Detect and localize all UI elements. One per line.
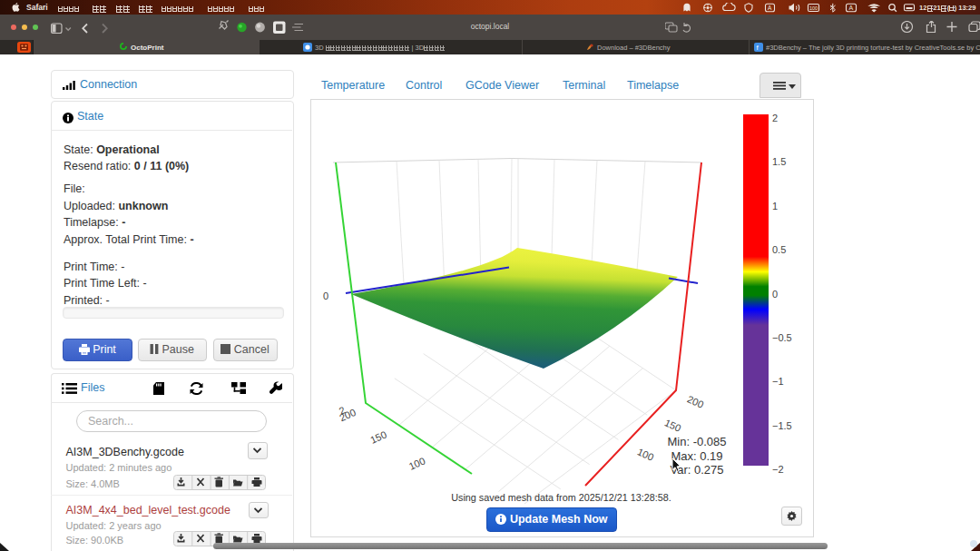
svg-text:Max: 0.19: Max: 0.19 [671,449,722,463]
svg-text:A: A [768,5,772,11]
svg-text:−2: −2 [772,464,784,475]
svg-text:0.5: 0.5 [772,244,786,255]
svg-text:0: 0 [772,289,778,300]
svg-text:150: 150 [368,428,388,445]
svg-text:100: 100 [809,5,818,11]
svg-text:0: 0 [323,290,328,301]
svg-text:150: 150 [663,417,683,433]
svg-text:A: A [849,5,854,11]
svg-text:−1.5: −1.5 [772,420,792,431]
svg-text:200: 200 [686,393,706,409]
svg-text:−1: −1 [772,376,784,387]
svg-text:100: 100 [636,446,656,462]
svg-text:1.5: 1.5 [772,156,786,167]
svg-text:−0.5: −0.5 [772,332,792,343]
svg-text:2: 2 [772,113,778,123]
svg-text:1: 1 [772,201,778,212]
svg-text:100: 100 [407,455,427,471]
svg-text:Min: -0.085: Min: -0.085 [667,435,726,448]
